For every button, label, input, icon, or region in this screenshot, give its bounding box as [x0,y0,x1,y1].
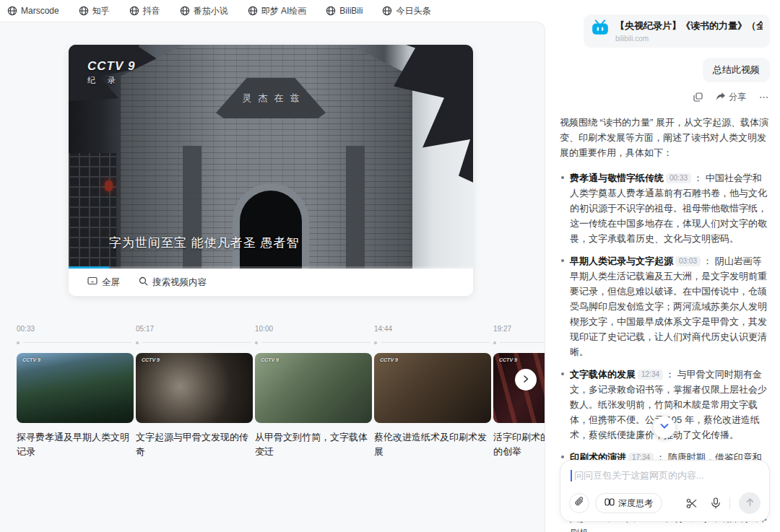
fullscreen-label: 全屏 [102,276,120,289]
bookmark-item[interactable]: 番茄小说 [180,5,228,17]
chapter-thumbnail[interactable]: CCTV 9 [136,353,253,423]
chapter-item: 00:33 CCTV 9 探寻费孝通及早期人类文明记录 [17,325,134,459]
lattice-window [69,153,116,269]
bookmark-label: Marscode [21,6,59,16]
globe-icon [79,6,89,16]
page-content-panel: 灵杰在兹 CCTV 9 纪 录 字为世间至宝 能使凡者圣 愚者智 全屏 [0,22,545,532]
chat-input-placeholder: 问问豆包关于这篇网页的内容... [574,469,704,482]
bookmark-item[interactable]: 知乎 [79,5,110,17]
summarize-video-chip[interactable]: 总结此视频 [703,58,770,82]
more-actions-button[interactable]: ⋯ [759,92,770,103]
progress-fill [69,266,109,269]
bookmark-label: BiliBili [339,6,363,16]
chapter-thumbnail[interactable]: CCTV 9 [255,353,372,423]
bookmark-item[interactable]: 即梦 AI绘画 [248,5,307,17]
assistant-panel: 【央视纪录片】《读书的力量》（全... bilibili.com 总结此视频 分… [545,0,780,532]
bullet-body: ： 阴山岩画等早期人类生活记载遍及五大洲，是文字发明前重要记录，但信息难以破译。… [570,256,767,357]
track-dot [136,341,139,344]
summary-bullet: 早期人类记录与文字起源03:03： 阴山岩画等早期人类生活记载遍及五大洲，是文字… [560,253,770,359]
chapter-strip: 00:33 CCTV 9 探寻费孝通及早期人类文明记录 05:17 CCTV 9… [17,325,545,459]
video-subtitle: 字为世间至宝 能使凡者圣 愚者智 [109,235,299,251]
chapter-caption[interactable]: 文字起源与甲骨文发现的传奇 [136,430,251,459]
share-button[interactable]: 分享 [716,91,746,103]
bookmark-item[interactable]: BiliBili [326,6,363,16]
search-video-label: 搜索视频内容 [152,276,207,289]
send-button[interactable] [739,492,760,514]
share-icon [716,92,726,103]
track-dot [17,341,20,344]
bullet-title: 早期人类记录与文字起源 [570,256,673,266]
chapter-timestamp: 19:27 [493,325,545,333]
snip-button[interactable] [686,498,698,509]
attach-button[interactable] [569,493,589,513]
paperclip-icon [574,497,584,510]
globe-icon [382,6,392,16]
summary-bullet: 费孝通与敬惜字纸传统00:33： 中国社会学和人类学奠基人费孝通墓前有石雕书卷，… [560,170,770,246]
chapter-caption[interactable]: 从甲骨文到竹简，文字载体变迁 [255,430,370,459]
globe-icon [129,6,139,16]
track-dot [493,341,496,344]
chevron-down-icon [659,421,670,434]
chapter-caption[interactable]: 探寻费孝通及早期人类文明记录 [17,430,132,459]
stone-stele [346,146,365,269]
track-line [261,342,370,343]
globe-icon [7,6,17,16]
source-domain: bilibili.com [615,35,763,43]
video-card: 灵杰在兹 CCTV 9 纪 录 字为世间至宝 能使凡者圣 愚者智 全屏 [69,45,473,296]
deep-think-label: 深度思考 [618,497,653,510]
chapter-thumbnail[interactable]: CCTV 9 [17,353,134,423]
video-toolbar: 全屏 搜索视频内容 [69,269,473,296]
bookmark-label: 知乎 [92,5,110,17]
search-video-button[interactable]: 搜索视频内容 [139,276,207,289]
chapter-caption[interactable]: 蔡伦改进造纸术及印刷术发展 [374,430,490,459]
chapter-track [136,341,253,344]
chapter-item: 14:44 CCTV 9 蔡伦改进造纸术及印刷术发展 [374,325,491,459]
chapter-track [255,341,372,344]
deep-think-toggle[interactable]: 深度思考 [595,493,662,513]
deep-think-icon [604,498,615,508]
source-title: 【央视纪录片】《读书的力量》（全... [615,19,763,32]
summary-intro: 视频围绕 “读书的力量” 展开，从文字起源、载体演变、印刷术发展等方面，阐述了读… [560,115,770,160]
thumbnail-watermark: CCTV 9 [142,357,160,362]
chapter-caption[interactable]: 活字印刷术的 的创举 [493,430,545,459]
fullscreen-button[interactable]: 全屏 [87,276,120,289]
bullet-timestamp[interactable]: 00:33 [666,173,691,183]
voice-input-button[interactable] [711,497,721,509]
search-icon [139,276,148,288]
bookmark-item[interactable]: 抖音 [129,5,160,17]
thumbnail-watermark: CCTV 9 [261,357,279,362]
chapter-timestamp: 10:00 [255,325,372,333]
chapter-item: 10:00 CCTV 9 从甲骨文到竹简，文字载体变迁 [255,325,372,459]
bookmark-label: 抖音 [143,5,160,17]
chevron-right-icon [521,373,530,386]
share-label: 分享 [729,91,746,103]
bullet-timestamp[interactable]: 12:34 [638,370,663,380]
copy-button[interactable] [693,92,703,102]
track-line [142,342,251,343]
chapter-track [493,341,545,344]
chapter-timestamp: 14:44 [374,325,491,333]
bookmark-item[interactable]: 今日头条 [382,5,430,17]
next-chapters-button[interactable] [515,369,537,391]
video-progress-bar[interactable] [69,266,473,269]
chapter-track [17,341,134,344]
scroll-down-button[interactable] [654,417,675,438]
bookmark-label: 今日头条 [396,5,430,17]
source-page-card[interactable]: 【央视纪录片】《读书的力量》（全... bilibili.com [584,14,770,48]
arrow-up-icon [745,497,755,510]
chapter-thumbnail[interactable]: CCTV 9 [374,353,491,423]
track-line [500,342,545,343]
chapter-item: 05:17 CCTV 9 文字起源与甲骨文发现的传奇 [136,325,253,459]
channel-watermark: CCTV 9 纪 录 [87,59,135,86]
arch-doorway [240,191,302,269]
bookmark-item[interactable]: Marscode [7,6,59,16]
chat-input-box[interactable]: 问问豆包关于这篇网页的内容... 深度思考 [560,460,770,522]
chapter-timestamp: 00:33 [17,325,134,333]
text-caret [571,470,572,481]
thumbnail-watermark: CCTV 9 [380,357,398,362]
globe-icon [326,6,336,16]
bullet-timestamp[interactable]: 03:03 [675,256,701,266]
video-player[interactable]: 灵杰在兹 CCTV 9 纪 录 字为世间至宝 能使凡者圣 愚者智 [69,45,473,269]
track-line [381,342,490,343]
fullscreen-icon [87,276,98,288]
